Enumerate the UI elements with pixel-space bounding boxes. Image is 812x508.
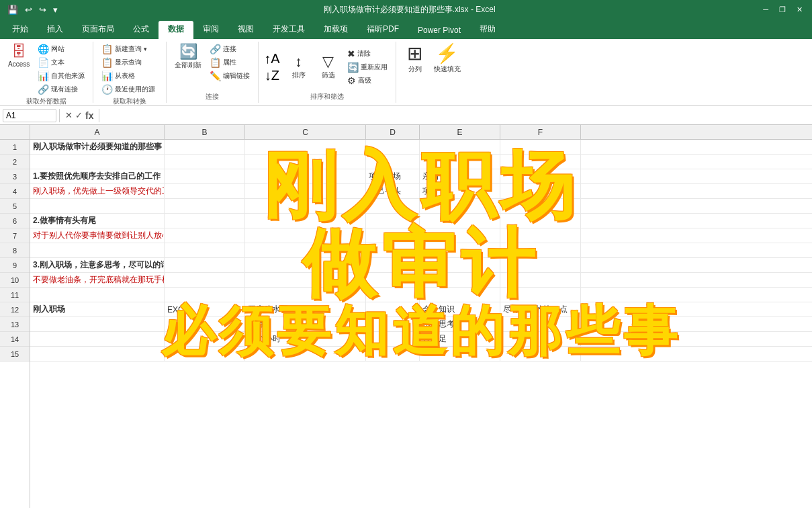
cell-C7[interactable]	[245, 228, 366, 243]
cell-F13[interactable]	[500, 317, 581, 331]
tab-foxitpdf[interactable]: 福昕PDF	[357, 21, 408, 39]
cell-C10[interactable]	[245, 273, 366, 287]
cell-F15[interactable]	[500, 347, 581, 361]
restore-button[interactable]: ❐	[775, 4, 790, 15]
edit-links-button[interactable]: ✏️ 编辑链接	[207, 70, 253, 82]
cell-F4[interactable]	[500, 184, 581, 198]
tab-page-layout[interactable]: 页面布局	[73, 21, 124, 39]
cell-C12[interactable]: 开底稿水平	[245, 302, 366, 316]
col-header-E[interactable]: E	[420, 125, 500, 139]
cell-D12[interactable]	[366, 302, 420, 316]
cell-E9[interactable]	[420, 258, 500, 272]
cell-A13[interactable]	[30, 317, 165, 331]
cell-C9[interactable]	[245, 258, 366, 272]
cell-A1[interactable]: 刚入职场做审计必须要知道的那些事	[30, 140, 165, 154]
cell-F11[interactable]	[500, 288, 581, 302]
clear-button[interactable]: ✖ 清除	[345, 48, 390, 60]
cell-E15[interactable]	[420, 347, 500, 361]
cell-A7[interactable]: 对于别人代你要事情要做到让别人放心	[30, 228, 165, 243]
tab-view[interactable]: 视图	[228, 21, 263, 39]
cell-E4[interactable]: 项目	[420, 184, 500, 198]
cell-E2[interactable]	[420, 155, 500, 169]
cell-A5[interactable]	[30, 199, 165, 213]
cell-E6[interactable]	[420, 214, 500, 228]
cell-B11[interactable]	[165, 288, 245, 302]
cell-A6[interactable]: 2.做事情有头有尾	[30, 214, 165, 228]
access-button[interactable]: 🗄 Access	[5, 43, 32, 69]
cell-D8[interactable]	[366, 243, 420, 257]
cell-B10[interactable]	[165, 273, 245, 287]
cell-B6[interactable]	[165, 214, 245, 228]
cell-A12[interactable]: 刚入职场	[30, 302, 165, 316]
cell-A11[interactable]	[30, 288, 165, 302]
cell-C8[interactable]	[245, 243, 366, 257]
cell-B14[interactable]	[165, 332, 245, 346]
cell-A8[interactable]	[30, 243, 165, 257]
cell-F5[interactable]	[500, 199, 581, 213]
cell-F9[interactable]	[500, 258, 581, 272]
cell-B5[interactable]	[165, 199, 245, 213]
cell-A15[interactable]	[30, 347, 165, 361]
cell-E11[interactable]	[420, 288, 500, 302]
name-box[interactable]	[3, 109, 56, 122]
cell-F7[interactable]	[500, 228, 581, 243]
cell-A2[interactable]	[30, 155, 165, 169]
cell-D6[interactable]	[366, 214, 420, 228]
properties-button[interactable]: 📋 属性	[207, 56, 253, 69]
cell-C11[interactable]	[245, 288, 366, 302]
minimize-button[interactable]: ─	[759, 4, 772, 15]
sort-button[interactable]: ↕ 排序	[285, 53, 312, 81]
from-table-button[interactable]: 📊 从表格	[99, 70, 158, 82]
refresh-all-button[interactable]: 🔄 全部刷新	[172, 43, 204, 71]
new-query-button[interactable]: 📋 新建查询 ▾	[99, 43, 158, 55]
tab-review[interactable]: 审阅	[193, 21, 228, 39]
reapply-button[interactable]: 🔄 重新应用	[345, 61, 390, 73]
cell-F2[interactable]	[500, 155, 581, 169]
cell-B9[interactable]	[165, 258, 245, 272]
col-header-B[interactable]: B	[165, 125, 245, 139]
cell-D3[interactable]: 项目现场	[366, 169, 420, 183]
undo-icon[interactable]: ↩	[23, 3, 34, 16]
cell-F1[interactable]	[500, 140, 581, 154]
flash-fill-button[interactable]: ⚡ 快速填充	[431, 43, 463, 75]
cell-F6[interactable]	[500, 214, 581, 228]
cell-E14[interactable]: 只满足	[420, 332, 500, 346]
text-to-columns-button[interactable]: ⊞ 分列	[402, 43, 428, 75]
cell-D15[interactable]	[366, 347, 420, 361]
connections-button[interactable]: 🔗 连接	[207, 43, 253, 55]
cell-E12[interactable]: 会计知识	[420, 302, 500, 316]
cell-D9[interactable]	[366, 258, 420, 272]
cell-B8[interactable]	[165, 243, 245, 257]
cell-A3[interactable]: 1.要按照优先顺序去安排自己的工作	[30, 169, 165, 183]
cell-B3[interactable]	[165, 169, 245, 183]
advanced-button[interactable]: ⚙ 高级	[345, 75, 390, 87]
customize-quick-access-icon[interactable]: ▾	[51, 3, 60, 16]
tab-help[interactable]: 帮助	[470, 21, 505, 39]
col-header-D[interactable]: D	[366, 125, 420, 139]
tab-insert[interactable]: 插入	[38, 21, 73, 39]
show-query-button[interactable]: 📋 显示查询	[99, 56, 158, 69]
cell-E10[interactable]	[420, 273, 500, 287]
cell-C4[interactable]	[245, 184, 366, 198]
filter-button[interactable]: ▽ 筛选	[315, 53, 342, 81]
cell-B7[interactable]	[165, 228, 245, 243]
cell-F12[interactable]: 尽可能跑的快一点	[500, 302, 581, 316]
text-button[interactable]: 📄 文本	[35, 56, 87, 69]
cell-D1[interactable]	[366, 140, 420, 154]
cell-D10[interactable]	[366, 273, 420, 287]
cancel-formula-icon[interactable]: ✕	[65, 110, 73, 120]
cell-F3[interactable]	[500, 169, 581, 183]
cell-E7[interactable]	[420, 228, 500, 243]
cell-E5[interactable]	[420, 199, 500, 213]
close-button[interactable]: ✕	[793, 4, 807, 15]
cell-C6[interactable]	[245, 214, 366, 228]
cell-E13[interactable]: 形成思考	[420, 317, 500, 331]
cell-D2[interactable]	[366, 155, 420, 169]
cell-D4[interactable]: 自己手头	[366, 184, 420, 198]
col-header-F[interactable]: F	[500, 125, 581, 139]
cell-D5[interactable]	[366, 199, 420, 213]
cell-C5[interactable]	[245, 199, 366, 213]
cell-F10[interactable]	[500, 273, 581, 287]
cell-D14[interactable]	[366, 332, 420, 346]
cell-B13[interactable]	[165, 317, 245, 331]
